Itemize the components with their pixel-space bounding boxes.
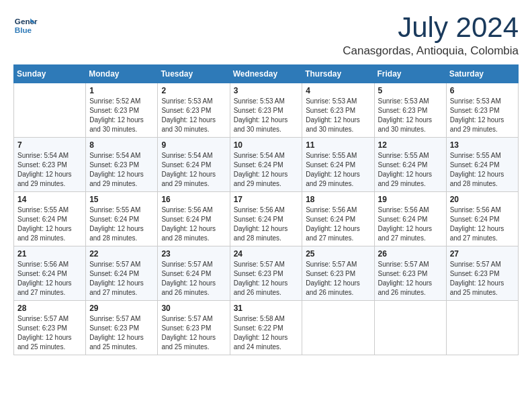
day-sun-info: Sunrise: 5:55 AMSunset: 6:24 PMDaylight:… (89, 205, 154, 243)
day-number: 8 (89, 140, 154, 150)
calendar-day-cell: 18Sunrise: 5:56 AMSunset: 6:24 PMDayligh… (302, 192, 374, 246)
weekday-header-cell: Sunday (14, 65, 86, 83)
calendar-day-cell: 5Sunrise: 5:53 AMSunset: 6:23 PMDaylight… (374, 83, 446, 138)
day-sun-info: Sunrise: 5:56 AMSunset: 6:24 PMDaylight:… (234, 205, 299, 243)
weekday-header-cell: Thursday (302, 65, 374, 83)
calendar-day-cell: 11Sunrise: 5:55 AMSunset: 6:24 PMDayligh… (302, 138, 374, 192)
calendar-day-cell: 12Sunrise: 5:55 AMSunset: 6:24 PMDayligh… (374, 138, 446, 192)
day-number: 28 (17, 304, 82, 313)
calendar-day-cell: 31Sunrise: 5:58 AMSunset: 6:22 PMDayligh… (230, 301, 302, 355)
day-number: 6 (450, 86, 515, 95)
weekday-header-cell: Tuesday (158, 65, 230, 83)
day-number: 2 (161, 86, 226, 95)
day-number: 23 (161, 249, 226, 259)
calendar-day-cell: 15Sunrise: 5:55 AMSunset: 6:24 PMDayligh… (86, 192, 158, 246)
day-sun-info: Sunrise: 5:57 AMSunset: 6:23 PMDaylight:… (17, 314, 82, 352)
day-sun-info: Sunrise: 5:52 AMSunset: 6:23 PMDaylight:… (89, 97, 154, 134)
day-sun-info: Sunrise: 5:55 AMSunset: 6:24 PMDaylight:… (306, 151, 370, 189)
day-sun-info: Sunrise: 5:54 AMSunset: 6:23 PMDaylight:… (89, 151, 154, 189)
weekday-header-cell: Wednesday (230, 65, 302, 83)
day-sun-info: Sunrise: 5:58 AMSunset: 6:22 PMDaylight:… (234, 314, 299, 352)
day-number: 29 (89, 304, 154, 313)
calendar-day-cell: 28Sunrise: 5:57 AMSunset: 6:23 PMDayligh… (14, 301, 86, 355)
calendar-day-cell: 10Sunrise: 5:54 AMSunset: 6:24 PMDayligh… (230, 138, 302, 192)
day-number: 9 (161, 140, 226, 150)
calendar-day-cell (14, 83, 86, 138)
calendar-day-cell (374, 301, 446, 355)
day-number: 12 (378, 140, 443, 150)
calendar-day-cell: 24Sunrise: 5:57 AMSunset: 6:23 PMDayligh… (230, 246, 302, 301)
calendar-day-cell: 6Sunrise: 5:53 AMSunset: 6:23 PMDaylight… (446, 83, 518, 138)
day-number: 26 (378, 249, 443, 259)
day-number: 15 (89, 195, 154, 204)
logo-icon: General Blue (13, 13, 38, 38)
day-sun-info: Sunrise: 5:57 AMSunset: 6:24 PMDaylight:… (161, 260, 226, 298)
calendar-table: SundayMondayTuesdayWednesdayThursdayFrid… (13, 64, 519, 355)
day-sun-info: Sunrise: 5:53 AMSunset: 6:23 PMDaylight:… (450, 97, 515, 134)
day-sun-info: Sunrise: 5:55 AMSunset: 6:24 PMDaylight:… (17, 205, 82, 243)
day-sun-info: Sunrise: 5:55 AMSunset: 6:24 PMDaylight:… (378, 151, 443, 189)
day-number: 18 (306, 195, 370, 204)
day-sun-info: Sunrise: 5:56 AMSunset: 6:24 PMDaylight:… (161, 205, 226, 243)
calendar-day-cell: 22Sunrise: 5:57 AMSunset: 6:24 PMDayligh… (86, 246, 158, 301)
day-number: 22 (89, 249, 154, 259)
calendar-week-row: 1Sunrise: 5:52 AMSunset: 6:23 PMDaylight… (14, 83, 519, 138)
day-sun-info: Sunrise: 5:53 AMSunset: 6:23 PMDaylight:… (234, 97, 299, 134)
day-sun-info: Sunrise: 5:53 AMSunset: 6:23 PMDaylight:… (306, 97, 370, 134)
day-number: 10 (234, 140, 299, 150)
calendar-day-cell: 27Sunrise: 5:57 AMSunset: 6:23 PMDayligh… (446, 246, 518, 301)
day-sun-info: Sunrise: 5:57 AMSunset: 6:23 PMDaylight:… (306, 260, 370, 298)
day-sun-info: Sunrise: 5:57 AMSunset: 6:23 PMDaylight:… (234, 260, 299, 298)
svg-text:General: General (15, 17, 38, 26)
day-sun-info: Sunrise: 5:57 AMSunset: 6:23 PMDaylight:… (450, 260, 515, 298)
weekday-header-cell: Saturday (446, 65, 518, 83)
day-sun-info: Sunrise: 5:56 AMSunset: 6:24 PMDaylight:… (378, 205, 443, 243)
calendar-day-cell: 26Sunrise: 5:57 AMSunset: 6:23 PMDayligh… (374, 246, 446, 301)
day-sun-info: Sunrise: 5:53 AMSunset: 6:23 PMDaylight:… (161, 97, 226, 134)
day-sun-info: Sunrise: 5:57 AMSunset: 6:23 PMDaylight:… (378, 260, 443, 298)
day-number: 21 (17, 249, 82, 259)
day-number: 31 (234, 304, 299, 313)
day-sun-info: Sunrise: 5:54 AMSunset: 6:24 PMDaylight:… (161, 151, 226, 189)
month-year-title: July 2024 (343, 13, 519, 42)
weekday-header-cell: Monday (86, 65, 158, 83)
day-number: 30 (161, 304, 226, 313)
day-sun-info: Sunrise: 5:57 AMSunset: 6:24 PMDaylight:… (89, 260, 154, 298)
day-number: 5 (378, 86, 443, 95)
calendar-day-cell: 17Sunrise: 5:56 AMSunset: 6:24 PMDayligh… (230, 192, 302, 246)
calendar-day-cell: 14Sunrise: 5:55 AMSunset: 6:24 PMDayligh… (14, 192, 86, 246)
day-sun-info: Sunrise: 5:56 AMSunset: 6:24 PMDaylight:… (17, 260, 82, 298)
logo: General Blue (13, 13, 38, 38)
weekday-header-cell: Friday (374, 65, 446, 83)
calendar-day-cell: 3Sunrise: 5:53 AMSunset: 6:23 PMDaylight… (230, 83, 302, 138)
calendar-week-row: 14Sunrise: 5:55 AMSunset: 6:24 PMDayligh… (14, 192, 519, 246)
day-number: 13 (450, 140, 515, 150)
calendar-day-cell: 21Sunrise: 5:56 AMSunset: 6:24 PMDayligh… (14, 246, 86, 301)
day-number: 7 (17, 140, 82, 150)
calendar-day-cell: 7Sunrise: 5:54 AMSunset: 6:23 PMDaylight… (14, 138, 86, 192)
svg-text:Blue: Blue (15, 26, 32, 34)
day-number: 19 (378, 195, 443, 204)
calendar-body: 1Sunrise: 5:52 AMSunset: 6:23 PMDaylight… (14, 83, 519, 355)
day-number: 3 (234, 86, 299, 95)
calendar-day-cell (302, 301, 374, 355)
calendar-day-cell (446, 301, 518, 355)
calendar-day-cell: 19Sunrise: 5:56 AMSunset: 6:24 PMDayligh… (374, 192, 446, 246)
day-number: 16 (161, 195, 226, 204)
day-number: 25 (306, 249, 370, 259)
calendar-day-cell: 13Sunrise: 5:55 AMSunset: 6:24 PMDayligh… (446, 138, 518, 192)
day-number: 20 (450, 195, 515, 204)
day-sun-info: Sunrise: 5:55 AMSunset: 6:24 PMDaylight:… (450, 151, 515, 189)
day-number: 27 (450, 249, 515, 259)
weekday-header-row: SundayMondayTuesdayWednesdayThursdayFrid… (14, 65, 519, 83)
day-number: 4 (306, 86, 370, 95)
day-number: 11 (306, 140, 370, 150)
calendar-day-cell: 8Sunrise: 5:54 AMSunset: 6:23 PMDaylight… (86, 138, 158, 192)
calendar-day-cell: 20Sunrise: 5:56 AMSunset: 6:24 PMDayligh… (446, 192, 518, 246)
day-sun-info: Sunrise: 5:53 AMSunset: 6:23 PMDaylight:… (378, 97, 443, 134)
day-sun-info: Sunrise: 5:54 AMSunset: 6:23 PMDaylight:… (17, 151, 82, 189)
calendar-day-cell: 16Sunrise: 5:56 AMSunset: 6:24 PMDayligh… (158, 192, 230, 246)
calendar-day-cell: 9Sunrise: 5:54 AMSunset: 6:24 PMDaylight… (158, 138, 230, 192)
day-sun-info: Sunrise: 5:56 AMSunset: 6:24 PMDaylight:… (450, 205, 515, 243)
day-sun-info: Sunrise: 5:54 AMSunset: 6:24 PMDaylight:… (234, 151, 299, 189)
